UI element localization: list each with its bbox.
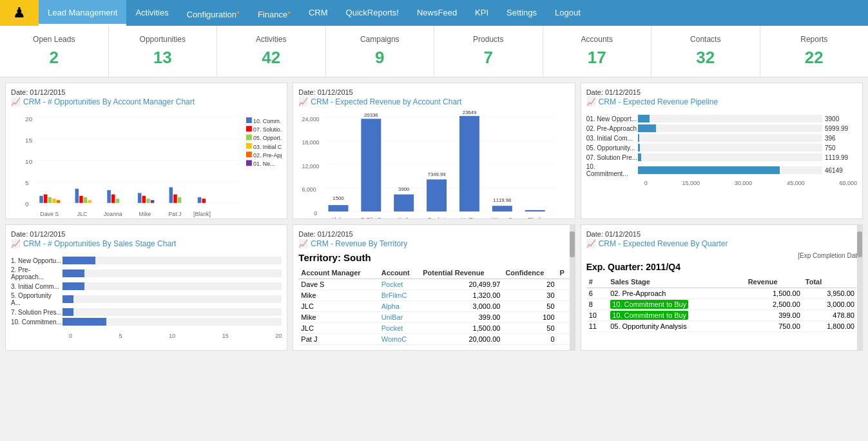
stage-x-axis: 05101520 — [11, 333, 282, 339]
stat-activities[interactable]: Activities 42 — [217, 26, 326, 77]
svg-rect-29 — [151, 200, 155, 202]
chart-icon-6: 📈 — [586, 239, 596, 248]
card6-date: Date: 01/12/2015 — [586, 230, 857, 238]
cell-manager: JLC — [298, 301, 378, 312]
svg-text:03. Initial Comm...: 03. Initial Comm... — [253, 144, 282, 150]
scrollbar-thumb-2[interactable] — [857, 231, 862, 257]
nav-logout[interactable]: Logout — [546, 0, 590, 26]
q-col-num: # — [586, 276, 608, 288]
account-link[interactable]: Alpha — [381, 302, 400, 310]
card1-chart: 20 15 10 5 0 Dave S — [11, 110, 282, 213]
cell-p — [557, 312, 570, 323]
stats-row: Open Leads 2 Opportunities 13 Activities… — [0, 26, 868, 77]
q-col-stage: Sales Stage — [608, 276, 745, 288]
scrollbar-thumb[interactable] — [570, 231, 575, 257]
svg-text:01. Ne...: 01. Ne... — [253, 161, 275, 167]
table-row: 10 10. Commitment to Buy 399.00 478.80 — [586, 310, 857, 321]
stat-open-leads-value: 2 — [5, 48, 103, 68]
nav-kpi[interactable]: KPI — [466, 0, 497, 26]
table-row: Pat J WomoC 20,000.00 0 — [298, 334, 569, 345]
nav-crm[interactable]: CRM — [300, 0, 337, 26]
cell-confidence: 20 — [503, 279, 557, 290]
table-row: 8 10. Commitment to Buy 2,500.00 3,000.0… — [586, 299, 857, 310]
account-link[interactable]: UniBar — [381, 313, 403, 321]
chart-icon-2: 📈 — [298, 97, 308, 106]
card5-date: Date: 01/12/2015 — [298, 230, 569, 238]
svg-text:02. Pre-Approach: 02. Pre-Approach — [253, 152, 282, 159]
pipeline-row: 10. Commitment... 46149 — [586, 163, 857, 177]
cell-p — [557, 323, 570, 334]
table-row: JLC Alpha 3,000.00 50 — [298, 301, 569, 312]
svg-text:20336: 20336 — [364, 112, 378, 118]
stat-open-leads[interactable]: Open Leads 2 — [0, 26, 109, 77]
stat-contacts[interactable]: Contacts 32 — [651, 26, 760, 77]
cell-p — [557, 279, 570, 290]
stat-opportunities[interactable]: Opportunities 13 — [109, 26, 218, 77]
svg-rect-11 — [44, 195, 48, 203]
card-revenue-pipeline: Date: 01/12/2015 📈 CRM - Expected Revenu… — [581, 83, 863, 219]
card4-date: Date: 01/12/2015 — [11, 230, 282, 238]
stat-products-value: 7 — [439, 48, 537, 68]
svg-text:UniBar: UniBar — [461, 217, 478, 219]
account-link[interactable]: Pocket — [381, 280, 403, 288]
pipeline-value: 5999.99 — [825, 125, 857, 132]
card-opps-by-stage: Date: 01/12/2015 📈 CRM - # Opportunities… — [5, 224, 287, 351]
svg-text:Alpha: Alpha — [331, 217, 346, 219]
stat-contacts-value: 32 — [657, 48, 755, 68]
account-link[interactable]: Pocket — [381, 324, 403, 332]
nav-settings[interactable]: Settings — [497, 0, 546, 26]
cell-revenue: 3,000.00 — [420, 301, 503, 312]
svg-text:23649: 23649 — [463, 110, 477, 115]
card2-svg: 24,000 18,000 12,000 6,000 0 1500 Alpha … — [298, 110, 569, 219]
cell-account: Alpha — [379, 301, 420, 312]
stage-label: 7. Solution Pres... — [11, 309, 63, 316]
stat-opportunities-value: 13 — [114, 48, 212, 68]
cell-manager: JLC — [298, 323, 378, 334]
stage-bar-wrap: 1 — [63, 295, 282, 303]
stat-activities-value: 42 — [222, 48, 320, 68]
account-link[interactable]: BrFilmC — [381, 291, 407, 299]
pipeline-bar-wrap — [638, 144, 822, 152]
pipeline-bar — [638, 115, 650, 122]
card3-date: Date: 01/12/2015 — [586, 88, 857, 96]
svg-rect-60 — [329, 205, 349, 211]
svg-rect-28 — [146, 199, 150, 203]
pipeline-value: 1119.99 — [825, 154, 857, 161]
nav-quickreports[interactable]: QuickReports! — [337, 0, 408, 26]
finance-dot: ● — [287, 10, 291, 15]
stage-label: 1. New Opportu... — [11, 257, 63, 264]
nav-finance[interactable]: Finance● — [249, 0, 300, 26]
territory-tbody: Dave S Pocket 20,499.97 20 Mike BrFilmC … — [298, 279, 569, 345]
stage-bar-wrap: 4 — [63, 318, 282, 326]
account-link[interactable]: WomoC — [381, 335, 407, 343]
nav-lead-management[interactable]: Lead Management — [39, 0, 126, 26]
svg-text:3900: 3900 — [398, 186, 409, 192]
stage-label: 2. Pre-Approach... — [11, 266, 63, 280]
stat-reports[interactable]: Reports 22 — [760, 26, 869, 77]
cell-p — [557, 301, 570, 312]
nav-newsfeed[interactable]: NewsFeed — [408, 0, 466, 26]
stat-accounts[interactable]: Accounts 17 — [543, 26, 652, 77]
svg-rect-14 — [57, 200, 61, 202]
card-revenue-by-quarter: Date: 01/12/2015 📈 CRM - Expected Revenu… — [581, 224, 863, 351]
pipeline-bar — [638, 144, 641, 152]
svg-text:1119.98: 1119.98 — [494, 197, 512, 203]
logo: ♟ — [0, 0, 39, 26]
svg-text:WomoC: WomoC — [492, 217, 513, 219]
pipeline-bar-wrap — [638, 124, 822, 132]
cell-confidence: 50 — [503, 301, 557, 312]
stage-bar — [63, 308, 73, 316]
pipeline-bar — [638, 134, 639, 142]
stat-campaigns[interactable]: Campaigns 9 — [326, 26, 435, 77]
svg-text:07. Solutio...: 07. Solutio... — [253, 126, 282, 133]
nav-activities[interactable]: Activities — [126, 0, 177, 26]
svg-text:18,000: 18,000 — [302, 139, 320, 146]
cell-stage: 02. Pre-Approach — [608, 288, 745, 299]
pipeline-label: 10. Commitment... — [586, 163, 638, 177]
stat-campaigns-value: 9 — [331, 48, 429, 68]
stat-products[interactable]: Products 7 — [434, 26, 543, 77]
cell-total: 3,950.00 — [803, 288, 857, 299]
nav-configuration[interactable]: Configuration● — [178, 0, 249, 26]
svg-rect-40 — [246, 126, 252, 132]
chart-icon-5: 📈 — [298, 239, 308, 248]
